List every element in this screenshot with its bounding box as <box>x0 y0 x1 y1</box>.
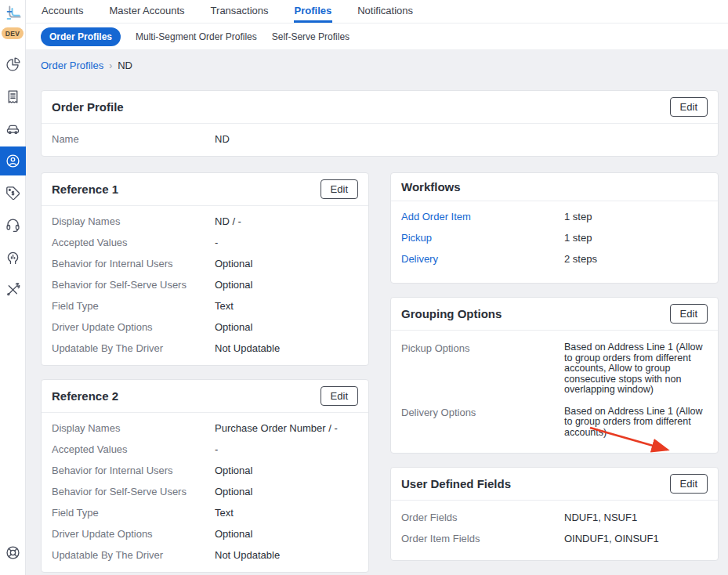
grouping-options-edit-button[interactable]: Edit <box>670 304 708 324</box>
field-row: Pickup OptionsBased on Address Line 1 (A… <box>391 337 718 401</box>
field-row: Order Item FieldsOINDUF1, OINSUF1 <box>391 528 718 549</box>
field-row: Field TypeText <box>42 295 368 316</box>
pie-chart-icon <box>5 56 21 73</box>
field-value: Optional <box>215 465 252 476</box>
field-value: Based on Address Line 1 (Allow to group … <box>564 407 708 439</box>
field-value: ND / - <box>215 215 241 227</box>
field-row: Accepted Values- <box>42 439 368 460</box>
field-label: Behavior for Internal Users <box>52 465 215 476</box>
icon-rail: DEV <box>0 0 26 575</box>
sidebar-item-insights[interactable] <box>0 241 26 273</box>
field-value: Text <box>215 300 234 312</box>
field-label: Behavior for Internal Users <box>52 258 215 269</box>
help-lifebuoy-icon <box>5 544 21 561</box>
field-row: Accepted Values- <box>42 232 368 253</box>
field-row: Display NamesPurchase Order Number / - <box>42 418 368 439</box>
field-label: Display Names <box>52 422 215 434</box>
page-content: Order Profiles › ND Order Profile Edit N… <box>26 49 728 573</box>
workflow-steps: 1 step <box>564 232 592 244</box>
field-value: - <box>215 237 218 248</box>
app-logo-icon[interactable] <box>4 5 21 23</box>
grouping-options-card: Grouping Options Edit Pickup OptionsBase… <box>390 297 719 454</box>
field-label: Accepted Values <box>52 443 215 455</box>
field-label: Behavior for Self-Serve Users <box>52 279 215 291</box>
field-value: Not Updatable <box>215 549 280 561</box>
workflows-card: Workflows Add Order Item1 step Pickup1 s… <box>390 172 719 284</box>
tab-profiles[interactable]: Profiles <box>294 0 333 23</box>
breadcrumb-separator: › <box>109 60 112 71</box>
field-row: Display NamesND / - <box>42 211 368 232</box>
order-profile-card: Order Profile Edit Name ND <box>41 90 719 157</box>
field-label: Behavior for Self-Serve Users <box>52 486 215 497</box>
field-row: Behavior for Self-Serve UsersOptional <box>42 481 368 502</box>
tab-transactions[interactable]: Transactions <box>210 0 270 23</box>
user-defined-fields-card: User Defined Fields Edit Order FieldsNDU… <box>390 467 719 561</box>
field-value: Optional <box>215 279 252 291</box>
sidebar-item-pricing[interactable] <box>0 177 26 209</box>
card-title: Workflows <box>401 180 461 193</box>
field-label: Accepted Values <box>52 237 215 248</box>
card-title: Order Profile <box>52 100 124 114</box>
field-row: Behavior for Self-Serve UsersOptional <box>42 274 368 295</box>
sidebar-item-reports[interactable] <box>0 49 26 81</box>
workflow-steps: 1 step <box>564 211 592 222</box>
field-label: Delivery Options <box>401 407 564 418</box>
receipt-icon <box>5 89 21 105</box>
subtab-multi-segment-order-profiles[interactable]: Multi-Segment Order Profiles <box>136 31 257 42</box>
reference2-edit-button[interactable]: Edit <box>321 386 358 406</box>
field-value: Purchase Order Number / - <box>215 422 338 434</box>
workflow-add-order-item-link[interactable]: Add Order Item <box>401 211 564 222</box>
field-value: Text <box>215 507 234 519</box>
car-icon <box>5 121 21 137</box>
breadcrumb: Order Profiles › ND <box>41 60 719 71</box>
insights-head-icon <box>5 249 21 266</box>
subtab-self-serve-profiles[interactable]: Self-Serve Profiles <box>272 31 350 42</box>
order-profile-edit-button[interactable]: Edit <box>670 97 708 117</box>
tools-icon <box>5 281 21 298</box>
workflow-row: Pickup1 step <box>391 227 718 248</box>
field-value: Optional <box>215 528 252 540</box>
card-title: Reference 1 <box>52 183 118 196</box>
sidebar-item-dispatch[interactable] <box>0 113 26 145</box>
sidebar-item-profiles[interactable] <box>0 146 26 175</box>
field-row: Updatable By The DriverNot Updatable <box>42 544 368 566</box>
subtab-order-profiles[interactable]: Order Profiles <box>41 27 121 46</box>
sidebar-item-support[interactable] <box>0 209 26 241</box>
sidebar-item-help[interactable] <box>0 537 26 569</box>
field-value: - <box>215 443 218 455</box>
field-label: Display Names <box>52 215 215 227</box>
field-value: Not Updatable <box>215 342 280 354</box>
field-value: NDUF1, NSUF1 <box>564 512 637 523</box>
workflow-row: Add Order Item1 step <box>391 206 718 227</box>
field-label: Updatable By The Driver <box>52 549 215 561</box>
person-profile-icon <box>5 153 21 169</box>
env-badge: DEV <box>2 27 24 39</box>
field-value: Optional <box>215 321 252 333</box>
card-title: Grouping Options <box>401 307 502 320</box>
user-defined-fields-edit-button[interactable]: Edit <box>670 474 708 494</box>
field-row: Behavior for Internal UsersOptional <box>42 253 368 274</box>
field-row: Order FieldsNDUF1, NSUF1 <box>391 507 718 528</box>
workflow-steps: 2 steps <box>564 253 597 265</box>
field-value: ND <box>215 133 230 145</box>
tab-master-accounts[interactable]: Master Accounts <box>108 0 185 23</box>
field-row: Driver Update OptionsOptional <box>42 316 368 338</box>
field-value: Based on Address Line 1 (Allow to group … <box>564 342 708 396</box>
card-title: Reference 2 <box>52 389 118 403</box>
breadcrumb-current: ND <box>118 60 132 71</box>
field-row: Driver Update OptionsOptional <box>42 523 368 544</box>
workflow-delivery-link[interactable]: Delivery <box>401 253 564 265</box>
field-label: Driver Update Options <box>52 528 215 540</box>
field-value: Optional <box>215 486 252 497</box>
tab-notifications[interactable]: Notifications <box>357 0 414 23</box>
breadcrumb-order-profiles-link[interactable]: Order Profiles <box>41 60 103 71</box>
sidebar-item-orders[interactable] <box>0 81 26 113</box>
field-label: Pickup Options <box>401 342 564 354</box>
tab-accounts[interactable]: Accounts <box>41 0 84 23</box>
workflow-pickup-link[interactable]: Pickup <box>401 232 564 244</box>
field-value: OINDUF1, OINSUF1 <box>564 533 659 544</box>
reference2-card: Reference 2 Edit Display NamesPurchase O… <box>41 379 369 573</box>
field-label: Driver Update Options <box>52 321 215 333</box>
reference1-edit-button[interactable]: Edit <box>321 179 358 199</box>
sidebar-item-admin-tools[interactable] <box>0 273 26 306</box>
